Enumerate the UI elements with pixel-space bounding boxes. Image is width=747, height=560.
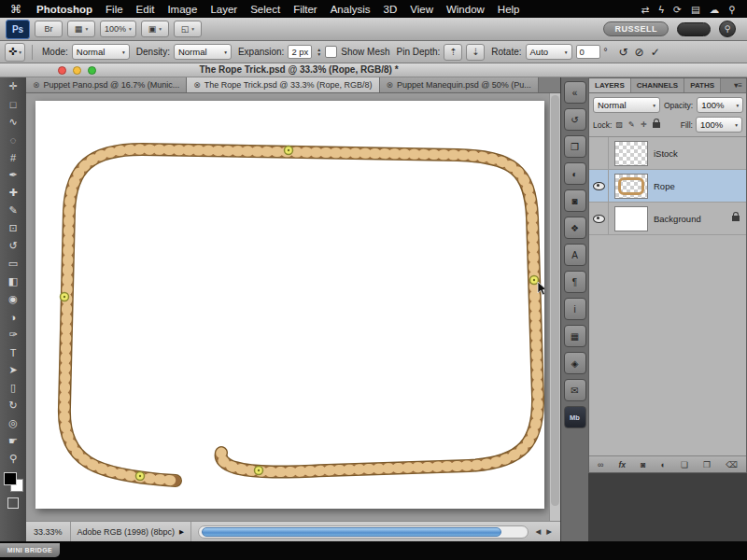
- minimize-window-button[interactable]: [73, 66, 81, 75]
- blur-tool[interactable]: ◉: [0, 290, 26, 308]
- menu-file[interactable]: File: [99, 4, 130, 15]
- zoom-percentage[interactable]: 33.33%: [26, 522, 71, 541]
- tab-paths[interactable]: PATHS: [684, 78, 721, 92]
- opacity-dropdown[interactable]: 100%▾: [697, 97, 743, 113]
- layer-thumbnail[interactable]: [614, 174, 648, 199]
- layer-row-background[interactable]: Background: [589, 203, 746, 235]
- menu-photoshop[interactable]: Photoshop: [30, 4, 99, 15]
- clone-source-panel-icon[interactable]: ❐: [564, 135, 586, 158]
- tab-layers[interactable]: LAYERS: [589, 78, 631, 92]
- view-extras-button[interactable]: ▦▾: [67, 21, 95, 37]
- foreground-color-swatch[interactable]: [4, 472, 17, 485]
- lock-pixels-icon[interactable]: ✎: [627, 120, 636, 129]
- mini-bridge-panel-icon[interactable]: Mb: [564, 406, 586, 428]
- menu-image[interactable]: Image: [161, 4, 204, 15]
- history-brush-tool[interactable]: ↺: [0, 237, 26, 255]
- menu-3d[interactable]: 3D: [377, 4, 404, 15]
- link-layers-icon[interactable]: ∞: [598, 460, 603, 469]
- canvas-area[interactable]: [26, 93, 560, 521]
- close-tab-icon[interactable]: ⊗: [193, 80, 201, 90]
- new-group-icon[interactable]: ❏: [681, 460, 688, 469]
- launch-bridge-button[interactable]: Br: [35, 21, 63, 37]
- rectangle-tool[interactable]: ▯: [0, 379, 26, 397]
- 3d-camera-tool[interactable]: ◎: [0, 414, 26, 432]
- commit-warp-icon[interactable]: ✓: [651, 46, 660, 59]
- menu-filter[interactable]: Filter: [287, 4, 324, 15]
- marquee-tool[interactable]: □: [0, 95, 26, 113]
- character-panel-icon[interactable]: A: [564, 244, 586, 266]
- spotlight-icon[interactable]: ⚲: [728, 4, 736, 15]
- workspace-button[interactable]: RUSSELL: [603, 21, 669, 36]
- visibility-toggle[interactable]: [589, 137, 609, 169]
- move-tool[interactable]: ✛: [0, 77, 26, 95]
- notes-panel-icon[interactable]: ✉: [564, 379, 586, 401]
- close-tab-icon[interactable]: ⊗: [387, 80, 394, 90]
- pin-forward-button[interactable]: ⇡: [444, 44, 462, 61]
- refresh-icon[interactable]: ⟳: [673, 4, 682, 15]
- eyedropper-tool[interactable]: ✒: [0, 166, 26, 184]
- panel-menu-icon[interactable]: ▾≡: [734, 78, 746, 92]
- layer-row-istock[interactable]: iStock: [589, 137, 746, 170]
- history-panel-icon[interactable]: ↺: [564, 108, 586, 131]
- add-layer-mask-icon[interactable]: ◙: [641, 460, 645, 469]
- adjustments-panel-icon[interactable]: ◐: [564, 162, 586, 185]
- show-mesh-checkbox[interactable]: [325, 46, 337, 58]
- blend-mode-dropdown[interactable]: Normal▾: [593, 97, 660, 113]
- vertical-scrollbar-thumb[interactable]: [551, 95, 559, 506]
- puppet-pin-bottom-mid[interactable]: [255, 467, 263, 475]
- histogram-panel-icon[interactable]: ▦: [564, 325, 586, 347]
- display-icon[interactable]: ▤: [691, 4, 700, 15]
- zoom-level-dropdown[interactable]: 100%▾: [100, 21, 136, 37]
- visibility-toggle[interactable]: [589, 170, 609, 202]
- sync-icon[interactable]: ⇄: [641, 4, 650, 15]
- reset-pins-icon[interactable]: ↺: [619, 46, 628, 59]
- fill-dropdown[interactable]: 100%▾: [696, 117, 742, 133]
- zoom-window-button[interactable]: [88, 66, 96, 75]
- 3d-rotate-tool[interactable]: ↻: [0, 397, 26, 414]
- document-tab-rope-trick[interactable]: ⊗ The Rope Trick.psd @ 33.3% (Rope, RGB/…: [187, 77, 379, 92]
- apple-menu-icon[interactable]: ⌘: [0, 3, 30, 16]
- type-tool[interactable]: T: [0, 343, 26, 361]
- expansion-input[interactable]: 2 px: [288, 45, 312, 59]
- pin-backward-button[interactable]: ⇣: [466, 44, 485, 61]
- puppet-pin-right[interactable]: [530, 276, 539, 285]
- horizontal-scrollbar-thumb[interactable]: [202, 527, 501, 537]
- crop-tool[interactable]: #: [0, 148, 26, 166]
- horizontal-scrollbar[interactable]: [198, 525, 529, 539]
- close-window-button[interactable]: [58, 66, 66, 75]
- lock-all-icon[interactable]: [653, 122, 660, 128]
- screen-mode-button[interactable]: ◱▾: [174, 21, 202, 37]
- puppet-pin-left[interactable]: [61, 293, 69, 301]
- visibility-toggle[interactable]: [589, 203, 609, 234]
- rotate-dropdown[interactable]: Auto▾: [526, 44, 572, 60]
- puppet-pin-bottom-left[interactable]: [136, 472, 145, 481]
- density-dropdown[interactable]: Normal▾: [174, 44, 232, 60]
- cancel-warp-icon[interactable]: ⊘: [635, 46, 644, 59]
- pen-tool[interactable]: ✑: [0, 326, 26, 343]
- search-button[interactable]: ⚲: [719, 21, 736, 37]
- cloud-icon[interactable]: ☁: [710, 4, 720, 15]
- close-tab-icon[interactable]: ⊗: [33, 80, 40, 90]
- info-panel-icon[interactable]: i: [564, 298, 586, 320]
- layer-thumbnail[interactable]: [614, 206, 648, 231]
- tab-channels[interactable]: CHANNELS: [631, 78, 684, 92]
- hand-tool[interactable]: ☛: [0, 432, 26, 450]
- profile-flyout-icon[interactable]: ▶: [179, 528, 184, 536]
- masks-panel-icon[interactable]: ◙: [564, 189, 586, 212]
- arrange-documents-button[interactable]: ▣▾: [141, 21, 169, 37]
- mode-dropdown[interactable]: Normal▾: [72, 44, 130, 60]
- expansion-stepper[interactable]: ▲▼: [317, 48, 321, 57]
- scrollbar-arrows[interactable]: ◀ ▶: [535, 527, 560, 536]
- dodge-tool[interactable]: ◑: [0, 308, 26, 326]
- lasso-tool[interactable]: ∿: [0, 113, 26, 131]
- gradient-tool[interactable]: ◧: [0, 273, 26, 290]
- menu-layer[interactable]: Layer: [204, 4, 244, 15]
- path-selection-tool[interactable]: ➤: [0, 361, 26, 379]
- styles-panel-icon[interactable]: ❖: [564, 217, 586, 239]
- document-canvas[interactable]: [35, 101, 544, 509]
- spot-healing-tool[interactable]: ✚: [0, 184, 26, 202]
- puppet-pin-top[interactable]: [285, 147, 293, 155]
- menu-analysis[interactable]: Analysis: [324, 4, 377, 15]
- vertical-scrollbar[interactable]: [549, 93, 560, 521]
- lock-position-icon[interactable]: ✛: [639, 120, 648, 129]
